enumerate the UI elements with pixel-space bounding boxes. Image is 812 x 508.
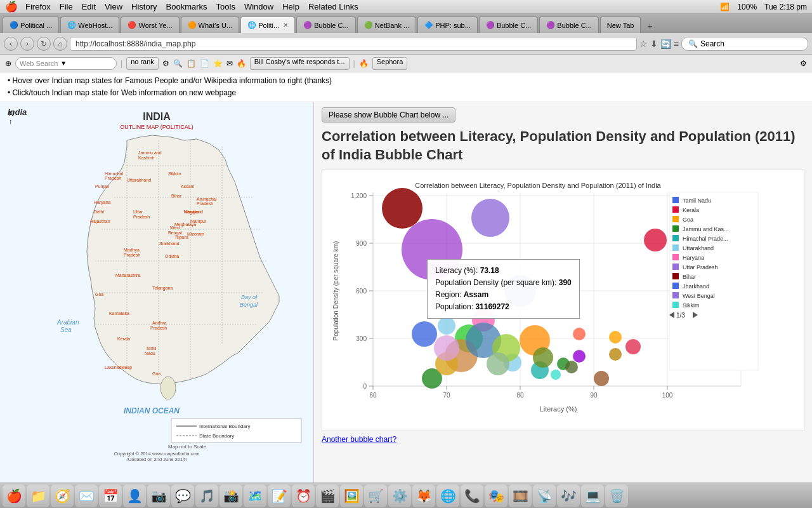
svg-text:Pradesh: Pradesh — [124, 253, 140, 257]
tab-worst[interactable]: 🔴 Worst Ye... — [121, 17, 179, 33]
bookmark-star-icon[interactable]: ☆ — [639, 39, 648, 49]
taskbar-itunes[interactable]: 🎵 — [195, 485, 218, 507]
svg-rect-110 — [672, 264, 679, 270]
bubble-meghalaya — [565, 361, 578, 373]
menu-view[interactable]: View — [105, 2, 122, 11]
taskbar-chrome[interactable]: 🌐 — [436, 485, 459, 507]
tab-close-icon[interactable]: ✕ — [283, 22, 288, 29]
menu-tools[interactable]: Tools — [216, 2, 235, 11]
bubble-kerala — [644, 229, 667, 251]
download-icon[interactable]: ⬇ — [650, 39, 658, 49]
toolbar-icon5[interactable]: ⭐ — [213, 59, 223, 68]
taskbar-vlc[interactable]: 🎭 — [485, 485, 508, 507]
taskbar-iterm[interactable]: 💻 — [581, 485, 604, 507]
bubble-chhattisgarh — [487, 352, 509, 375]
sephora-btn[interactable]: Sephora — [372, 57, 408, 70]
svg-text:Tripura: Tripura — [174, 235, 188, 240]
menu-icon[interactable]: ≡ — [674, 39, 679, 49]
tab-new-tab[interactable]: New Tab — [600, 17, 641, 33]
svg-text:West Bengal: West Bengal — [683, 293, 715, 299]
fire-icon[interactable]: 🔥 — [237, 59, 246, 68]
taskbar-mail[interactable]: ✉️ — [75, 485, 98, 507]
url-bar[interactable]: http://localhost:8888/india_map.php — [70, 37, 637, 51]
svg-text:Uttar Pradesh: Uttar Pradesh — [683, 264, 718, 271]
taskbar-spotify[interactable]: 🎶 — [557, 485, 580, 507]
search-bar[interactable]: 🔍 Search — [681, 37, 808, 51]
taskbar-safari[interactable]: 🧭 — [51, 485, 74, 507]
web-search-input[interactable]: Web Search ▼ — [15, 57, 117, 70]
taskbar-imovie[interactable]: 🎬 — [316, 485, 339, 507]
gmail-icon[interactable]: ✉ — [226, 59, 233, 68]
tab-politi-active[interactable]: 🌐 Politi... ✕ — [240, 17, 295, 33]
svg-text:Goa: Goa — [683, 217, 693, 223]
another-bubble-chart-link[interactable]: Another bubble chart? — [322, 435, 804, 444]
url-text: http://localhost:8888/india_map.php — [75, 39, 195, 48]
taskbar-reminders[interactable]: ⏰ — [292, 485, 315, 507]
svg-text:Pradesh: Pradesh — [133, 215, 150, 219]
compass: N↑ — [9, 110, 14, 125]
settings-icon[interactable]: ⚙ — [800, 59, 807, 68]
taskbar-calendar[interactable]: 📅 — [99, 485, 122, 507]
taskbar-appstore[interactable]: 🛒 — [364, 485, 387, 507]
taskbar-contacts[interactable]: 👤 — [123, 485, 146, 507]
bubble-mizoram — [573, 350, 586, 363]
taskbar-skype[interactable]: 📞 — [461, 485, 483, 507]
tab-bubble1[interactable]: 🟣 Bubble C... — [296, 17, 355, 33]
taskbar-transmission[interactable]: 📡 — [533, 485, 556, 507]
search-dropdown-icon[interactable]: ▼ — [60, 60, 67, 67]
sync-icon[interactable]: 🔄 — [660, 39, 671, 49]
bill-cosby-btn[interactable]: Bill Cosby's wife responds t... — [250, 57, 350, 70]
menu-bookmarks[interactable]: Bookmarks — [166, 2, 207, 11]
menu-file[interactable]: File — [60, 2, 73, 11]
chart-container: Correlation between Literacy, Population… — [322, 170, 804, 431]
menu-history[interactable]: History — [131, 2, 157, 11]
taskbar-handbrake[interactable]: 🎞️ — [509, 485, 532, 507]
menu-related-links[interactable]: Related Links — [308, 2, 358, 11]
taskbar-firefox[interactable]: 🦊 — [412, 485, 435, 507]
svg-text:Pradesh: Pradesh — [105, 176, 121, 180]
no-rank-button[interactable]: no rank — [126, 57, 159, 70]
refresh-button[interactable]: ↻ — [37, 37, 51, 51]
svg-text:Bengal: Bengal — [240, 302, 258, 308]
svg-text:Jammu and Kas...: Jammu and Kas... — [683, 226, 729, 232]
toolbar-icon4[interactable]: 📄 — [200, 59, 209, 68]
menu-help[interactable]: Help — [282, 2, 299, 11]
menu-edit[interactable]: Edit — [82, 2, 96, 11]
tab-political[interactable]: 🔵 Political ... — [3, 17, 59, 33]
back-button[interactable]: ‹ — [4, 37, 18, 51]
menu-firefox[interactable]: Firefox — [25, 2, 51, 11]
new-tab-button[interactable]: + — [642, 19, 657, 33]
apple-menu[interactable]: 🍎 — [5, 1, 18, 13]
menu-window[interactable]: Window — [244, 2, 273, 11]
show-chart-button[interactable]: Please show Bubble Chart below ... — [322, 107, 455, 123]
toolbar-icon2[interactable]: 🔍 — [173, 59, 183, 68]
toolbar-icon3[interactable]: 📋 — [187, 59, 196, 68]
home-button[interactable]: ⌂ — [53, 37, 67, 51]
svg-rect-106 — [672, 244, 679, 251]
taskbar-system-prefs[interactable]: ⚙️ — [388, 485, 411, 507]
tab-bubble2[interactable]: 🟣 Bubble C... — [479, 17, 538, 33]
taskbar-messages[interactable]: 💬 — [171, 485, 194, 507]
bubble-west-bengal — [471, 199, 509, 237]
svg-text:Madhya: Madhya — [124, 248, 140, 253]
tab-php[interactable]: 🔷 PHP: sub... — [417, 17, 478, 33]
forward-button[interactable]: › — [20, 37, 34, 51]
taskbar-apple[interactable]: 🍎 — [3, 485, 25, 507]
rank-icon[interactable]: ⚙ — [162, 59, 169, 68]
svg-text:Mizoram: Mizoram — [187, 232, 204, 236]
taskbar-preview[interactable]: 🖼️ — [340, 485, 363, 507]
taskbar-maps[interactable]: 🗺️ — [244, 485, 266, 507]
taskbar-notes[interactable]: 📝 — [268, 485, 291, 507]
flame-icon2[interactable]: 🔥 — [359, 59, 369, 68]
tab-bubble3[interactable]: 🟣 Bubble C... — [539, 17, 598, 33]
tab-whats-up[interactable]: 🟠 What's U... — [181, 17, 240, 33]
svg-text:70: 70 — [443, 392, 450, 399]
svg-text:Rajasthan: Rajasthan — [90, 219, 110, 224]
taskbar-photos[interactable]: 📸 — [219, 485, 242, 507]
tab-webhost[interactable]: 🌐 WebHost... — [60, 17, 119, 33]
tab-netbank[interactable]: 🟢 NetBank ... — [357, 17, 416, 33]
battery-status: 100% — [737, 3, 757, 11]
taskbar-trash[interactable]: 🗑️ — [605, 485, 628, 507]
taskbar-finder[interactable]: 📁 — [27, 485, 49, 507]
taskbar-facetime[interactable]: 📷 — [147, 485, 170, 507]
